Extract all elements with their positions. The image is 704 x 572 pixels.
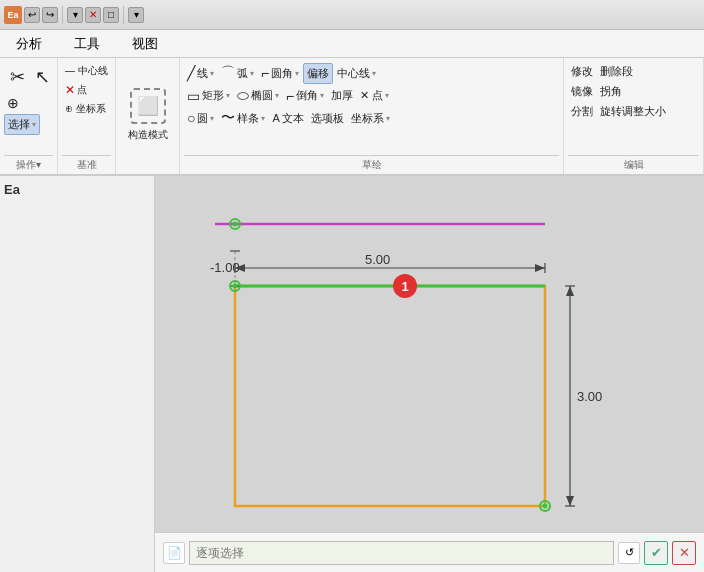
delete-seg-btn[interactable]: 删除段 bbox=[597, 62, 636, 81]
ellipse-btn[interactable]: ⬭椭圆▾ bbox=[234, 85, 282, 106]
sidebar: Ea bbox=[0, 176, 155, 572]
doc-icon: 📄 bbox=[167, 546, 182, 560]
fillet-btn[interactable]: ⌐圆角▾ bbox=[258, 63, 302, 83]
toolbar: ✂ ↖ ⊕ 选择▾ 操作▾ — 中心线 bbox=[0, 58, 704, 176]
close-title-btn[interactable]: ✕ bbox=[85, 7, 101, 23]
confirm-btn[interactable]: ✔ bbox=[644, 541, 668, 565]
extra-btn[interactable]: □ bbox=[103, 7, 119, 23]
sep2 bbox=[123, 6, 124, 24]
palette-btn[interactable]: 选项板 bbox=[308, 109, 347, 128]
dropdown-btn1[interactable]: ▾ bbox=[67, 7, 83, 23]
app-icon: Ea bbox=[4, 6, 22, 24]
menu-analyze[interactable]: 分析 bbox=[8, 32, 50, 56]
input-icon-btn[interactable]: 📄 bbox=[163, 542, 185, 564]
svg-point-21 bbox=[233, 222, 238, 227]
toolbar-construct-group: ⬜ 构造模式 bbox=[116, 58, 180, 174]
edit-label: 编辑 bbox=[568, 155, 699, 174]
titlebar: Ea ↩ ↪ ▾ ✕ □ ▾ bbox=[0, 0, 704, 30]
rotate-resize-btn[interactable]: 旋转调整大小 bbox=[597, 102, 669, 121]
line-btn[interactable]: ╱线▾ bbox=[184, 63, 217, 83]
text-btn[interactable]: A 文本 bbox=[269, 109, 307, 128]
point-base-btn[interactable]: ✕ 点 bbox=[62, 81, 90, 99]
menubar: 分析 工具 视图 bbox=[0, 30, 704, 58]
selection-input[interactable] bbox=[189, 541, 614, 565]
svg-text:3.00: 3.00 bbox=[577, 389, 602, 404]
refresh-icon: ↺ bbox=[625, 546, 634, 559]
menu-tools[interactable]: 工具 bbox=[66, 32, 108, 56]
centerline-base-btn[interactable]: — 中心线 bbox=[62, 62, 111, 80]
svg-rect-0 bbox=[155, 196, 704, 552]
svg-point-23 bbox=[233, 284, 238, 289]
input-action-btn[interactable]: ↺ bbox=[618, 542, 640, 564]
bottom-bar: 📄 ↺ ✔ ✕ bbox=[155, 532, 704, 572]
spline-btn[interactable]: 〜样条▾ bbox=[218, 107, 268, 129]
circle-btn[interactable]: ○圆▾ bbox=[184, 108, 217, 128]
sidebar-title: Ea bbox=[0, 176, 154, 203]
sketch-label: 草绘 bbox=[184, 155, 559, 174]
arrow-btn[interactable]: ↖ bbox=[32, 64, 53, 90]
toolbar-operation-group: ✂ ↖ ⊕ 选择▾ 操作▾ bbox=[0, 58, 58, 174]
rect-btn[interactable]: ▭矩形▾ bbox=[184, 86, 233, 106]
input-area: 📄 ↺ ✔ ✕ bbox=[163, 541, 696, 565]
menu-view[interactable]: 视图 bbox=[124, 32, 166, 56]
corner-btn[interactable]: 拐角 bbox=[597, 82, 625, 101]
arc-btn[interactable]: ⌒弧▾ bbox=[218, 62, 257, 84]
sketch-canvas: -1.00 5.00 3.00 bbox=[155, 176, 704, 572]
main-container: Ea -1.00 5.00 bbox=[0, 176, 704, 572]
toolbar-base-group: — 中心线 ✕ 点 ⊕ 坐标系 基准 bbox=[58, 58, 116, 174]
centerline-sketch-btn[interactable]: 中心线▾ bbox=[334, 64, 379, 83]
sep1 bbox=[62, 6, 63, 24]
svg-text:5.00: 5.00 bbox=[365, 252, 390, 267]
svg-text:1: 1 bbox=[401, 279, 408, 294]
base-label: 基准 bbox=[62, 155, 111, 174]
mirror-btn[interactable]: 镜像 bbox=[568, 82, 596, 101]
select-op-btn[interactable]: 选择▾ bbox=[4, 114, 40, 135]
toolbar-edit-group: 修改 删除段 镜像 拐角 分割 旋转调整大小 编辑 bbox=[564, 58, 704, 174]
divide-btn[interactable]: 分割 bbox=[568, 102, 596, 121]
select-btn[interactable]: ✂ bbox=[4, 62, 31, 92]
copy-btn[interactable]: ⊕ bbox=[4, 93, 22, 113]
chamfer-btn[interactable]: ⌐倒角▾ bbox=[283, 86, 327, 106]
coord-sketch-btn[interactable]: 坐标系▾ bbox=[348, 109, 393, 128]
point-sketch-btn[interactable]: ✕ 点▾ bbox=[357, 86, 392, 105]
canvas-area[interactable]: -1.00 5.00 3.00 bbox=[155, 176, 704, 572]
toolbar-sketch-group: ╱线▾ ⌒弧▾ ⌐圆角▾ 偏移 中心线▾ ▭矩形▾ ⬭椭圆▾ ⌐倒角▾ 加厚 ✕… bbox=[180, 58, 564, 174]
redo-btn[interactable]: ↪ bbox=[42, 7, 58, 23]
construct-mode-btn[interactable]: ⬜ 构造模式 bbox=[125, 86, 171, 144]
modify-btn[interactable]: 修改 bbox=[568, 62, 596, 81]
operation-label: 操作▾ bbox=[4, 155, 53, 174]
cancel-btn[interactable]: ✕ bbox=[672, 541, 696, 565]
svg-point-25 bbox=[543, 504, 548, 509]
offset-btn[interactable]: 偏移 bbox=[303, 63, 333, 84]
thicken-btn[interactable]: 加厚 bbox=[328, 86, 356, 105]
coord-base-btn[interactable]: ⊕ 坐标系 bbox=[62, 100, 109, 118]
extra-btn2[interactable]: ▾ bbox=[128, 7, 144, 23]
undo-btn[interactable]: ↩ bbox=[24, 7, 40, 23]
